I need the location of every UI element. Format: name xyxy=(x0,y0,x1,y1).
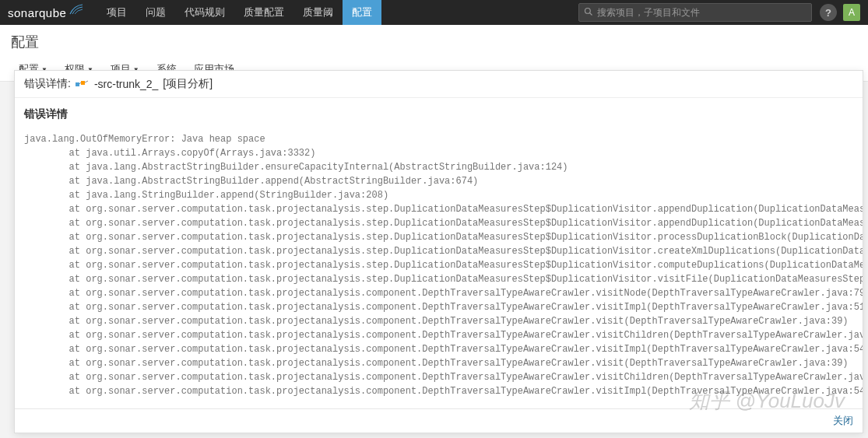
help-button[interactable]: ? xyxy=(820,4,837,21)
search-input[interactable] xyxy=(597,7,807,18)
project-icon xyxy=(76,79,90,82)
modal-header: 错误详情: -src-trunk_2_ [项目分析] xyxy=(15,71,863,82)
search-icon xyxy=(584,7,593,19)
nav-rules[interactable]: 代码规则 xyxy=(175,0,234,25)
top-navbar: sonarqube 项目 问题 代码规则 质量配置 质量阈 配置 ? A xyxy=(0,0,868,25)
modal-project-name: -src-trunk_2_ xyxy=(94,78,158,82)
nav-settings[interactable]: 配置 xyxy=(343,0,381,25)
nav-quality-gates[interactable]: 质量阈 xyxy=(293,0,343,25)
modal-header-prefix: 错误详情: xyxy=(24,77,71,82)
avatar[interactable]: A xyxy=(843,4,860,21)
search-box[interactable] xyxy=(578,3,812,22)
error-detail-modal: 错误详情: -src-trunk_2_ [项目分析] 错误详情 java.lan… xyxy=(14,70,863,82)
nav-projects[interactable]: 项目 xyxy=(97,0,136,25)
logo-icon xyxy=(69,4,83,17)
svg-line-1 xyxy=(590,12,592,15)
logo[interactable]: sonarqube xyxy=(8,4,83,22)
svg-rect-3 xyxy=(81,81,85,82)
nav-quality-profiles[interactable]: 质量配置 xyxy=(234,0,293,25)
modal-project-suffix: [项目分析] xyxy=(163,77,213,82)
svg-point-0 xyxy=(585,8,591,13)
page-title: 配置 xyxy=(11,33,857,51)
logo-text: sonarqube xyxy=(8,6,66,19)
nav-issues[interactable]: 问题 xyxy=(136,0,175,25)
